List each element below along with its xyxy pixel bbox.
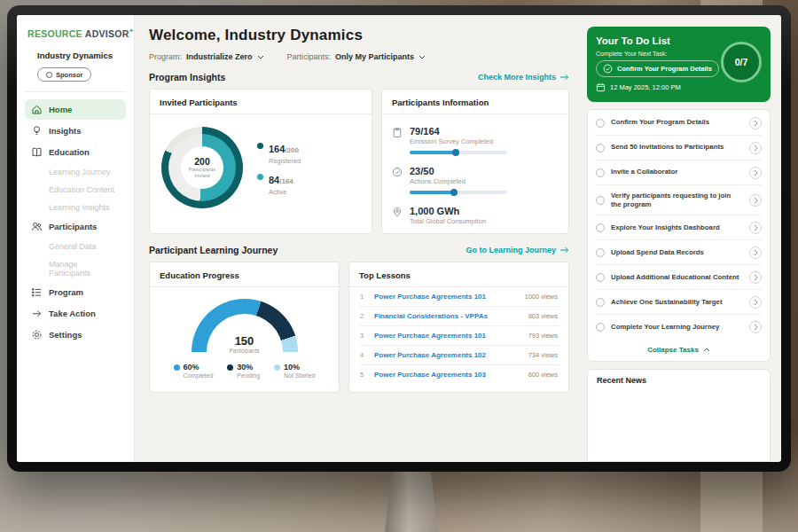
chevron-right-icon[interactable] [749,167,762,179]
sidebar-item-label: Insights [49,126,81,136]
gauge-center-label: Participants [192,348,298,354]
participants-label: Participants: [287,52,332,61]
legend-dot-not-started [274,364,280,371]
go-to-learning-journey-link[interactable]: Go to Learning Journey [466,246,569,254]
card-title: Invited Participants [150,90,372,114]
list-icon [31,286,43,298]
legend-item-registered: 164/200 Registered [257,140,301,165]
task-row-complete-learning-journey[interactable]: Complete Your Learning Journey [596,315,762,339]
recent-news-card: Recent News [587,369,771,462]
arrow-right-icon [559,246,569,254]
gear-icon [31,329,43,340]
sidebar-item-home[interactable]: Home [25,99,126,120]
lesson-link[interactable]: Power Purchase Agreements 103 [374,371,521,379]
filter-bar: Program: Industrialize Zero Participants… [149,52,569,61]
sidebar-item-learning-insights[interactable]: Learning Insights [25,199,126,215]
chevron-right-icon[interactable] [749,246,762,259]
logo-plus: + [129,27,134,35]
task-checkbox[interactable] [596,168,605,177]
chevron-right-icon[interactable] [749,194,762,207]
chevron-right-icon[interactable] [749,142,762,154]
learning-cards-row: Education Progress 150 Participants 60 [149,262,569,393]
sidebar-item-insights[interactable]: Insights [25,121,126,141]
task-checkbox[interactable] [596,223,605,232]
todo-header-card: Your To Do List Complete Your Next Task:… [587,27,771,102]
recent-news-title: Recent News [597,376,646,385]
actions-progress-bar [410,191,507,194]
sidebar-item-take-action[interactable]: Take Action [25,303,126,324]
participants-dropdown[interactable]: Participants: Only My Participants [287,52,426,61]
lesson-row[interactable]: 1 Power Purchase Agreements 101 1000 vie… [359,287,559,307]
top-lessons-card: Top Lessons 1 Power Purchase Agreements … [348,262,569,393]
org-name: Industry Dynamics [25,51,126,60]
participants-value: Only My Participants [335,52,414,61]
gauge-center: 150 Participants [192,334,298,354]
chevron-right-icon[interactable] [749,321,762,333]
legend-item-not-started: 10% Not Started [274,363,315,379]
lesson-row[interactable]: 4 Power Purchase Agreements 102 734 view… [359,346,559,365]
task-row-verify-participants[interactable]: Verify participants requesting to join t… [596,185,762,215]
chevron-right-icon[interactable] [749,222,762,234]
lesson-link[interactable]: Power Purchase Agreements 101 [374,332,521,340]
collapse-tasks-button[interactable]: Collapse Tasks [596,339,762,361]
section-title: Program Insights [149,72,225,82]
lesson-link[interactable]: Financial Considerations - VPPAs [374,312,521,320]
program-dropdown[interactable]: Program: Industrialize Zero [149,52,264,61]
legend-item-pending: 30% Pending [227,363,260,379]
emission-progress-bar [410,151,507,154]
todo-panel: Your To Do List Complete Your Next Task:… [583,15,781,462]
action-arrow-icon [31,308,43,319]
page-title: Welcome, Industry Dynamics [149,27,569,44]
lesson-link[interactable]: Power Purchase Agreements 102 [374,351,521,359]
legend-dot-completed [174,364,180,371]
task-checkbox[interactable] [596,248,605,257]
sidebar-divider [25,91,126,92]
sidebar-item-program[interactable]: Program [25,282,126,302]
sidebar-item-learning-journey[interactable]: Learning Journey [25,163,126,180]
task-row-upload-educational-content[interactable]: Upload Additional Educational Content [596,265,762,290]
home-icon [31,104,43,115]
sidebar-item-education-content[interactable]: Education Content [25,181,126,198]
chevron-right-icon[interactable] [749,296,762,309]
sponsor-badge[interactable]: Sponsor [37,67,91,82]
task-checkbox[interactable] [596,273,605,282]
chevron-right-icon[interactable] [749,117,762,129]
sidebar-item-participants[interactable]: Participants [25,216,126,237]
todo-next-task[interactable]: Confirm Your Program Details [596,60,719,77]
legend-dot-registered [257,143,263,149]
participants-information-card: Participants Information 79/164 Emission… [381,89,569,234]
task-checkbox[interactable] [596,196,605,205]
check-more-insights-link[interactable]: Check More Insights [478,73,569,82]
task-checkbox[interactable] [596,119,605,128]
sidebar-item-label: Education [49,147,90,157]
sidebar-item-settings[interactable]: Settings [25,325,126,345]
chevron-down-icon [257,55,264,59]
location-pin-icon [392,207,403,218]
lesson-row[interactable]: 5 Power Purchase Agreements 103 600 view… [359,365,559,384]
task-row-send-invitations[interactable]: Send 50 Invitations to Participants [596,136,762,160]
education-progress-card: Education Progress 150 Participants 60 [149,262,340,393]
sidebar-item-manage-participants[interactable]: Manage Participants [25,255,126,281]
stat-global-consumption: 1,000 GWh Total Global Consumption [392,206,559,225]
arrow-right-icon [559,74,569,81]
section-title: Participant Learning Journey [149,245,278,255]
task-row-upload-spend-data[interactable]: Upload Spend Data Records [596,240,762,265]
target-check-icon [392,167,403,177]
task-checkbox[interactable] [596,323,605,332]
invited-participants-card: Invited Participants 200 Participants In… [149,89,372,234]
people-icon [31,221,43,232]
sidebar-item-general-data[interactable]: General Data [25,238,126,254]
sidebar-item-education[interactable]: Education [25,142,126,162]
task-row-invite-collaborator[interactable]: Invite a Collaborator [596,160,762,185]
task-checkbox[interactable] [596,144,605,153]
lesson-row[interactable]: 2 Financial Considerations - VPPAs 803 v… [359,307,559,326]
chevron-right-icon[interactable] [749,271,762,284]
task-checkbox[interactable] [596,298,605,307]
stat-actions-completed: 23/50 Actions Completed [392,166,559,194]
task-row-achieve-target[interactable]: Achieve One Sustainability Target [596,290,762,315]
lesson-row[interactable]: 3 Power Purchase Agreements 101 793 view… [359,326,559,346]
task-row-explore-insights[interactable]: Explore Your Insights Dashboard [596,215,762,240]
sidebar-item-label: Settings [49,330,82,340]
task-row-confirm-details[interactable]: Confirm Your Program Details [596,111,762,136]
lesson-link[interactable]: Power Purchase Agreements 101 [374,293,517,301]
